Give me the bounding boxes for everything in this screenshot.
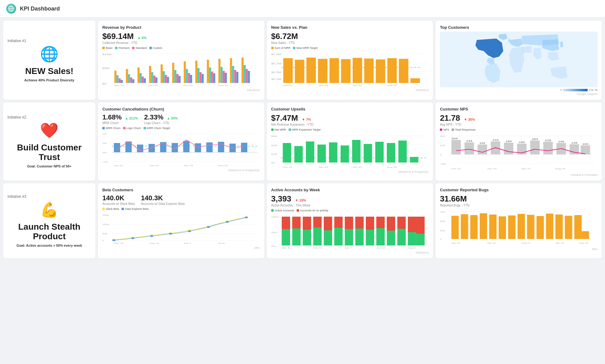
active-source: Salesforce <box>271 251 429 254</box>
svg-rect-28 <box>165 75 167 83</box>
svg-text:$2M: $2M <box>271 144 277 146</box>
svg-text:Jan 24: Jan 24 <box>487 167 497 170</box>
svg-rect-258 <box>546 214 554 239</box>
svg-rect-251 <box>480 213 487 239</box>
revenue-source: Salesforce <box>102 89 260 92</box>
nps-source: Hubspot & Formstack <box>440 173 598 176</box>
svg-rect-126 <box>317 145 326 162</box>
initiative-1-label: Initiative #1 <box>7 39 26 43</box>
svg-text:160: 160 <box>519 141 525 144</box>
svg-text:Apr 24: Apr 24 <box>183 84 192 86</box>
svg-rect-125 <box>306 141 314 162</box>
svg-point-192 <box>169 233 172 235</box>
svg-rect-12 <box>119 78 121 83</box>
initiative-2-card: Initiative #2 ❤️ Build Customer Trust Go… <box>3 102 95 181</box>
svg-text:Apr 24: Apr 24 <box>184 164 193 166</box>
initiative-3-icon: 💪 <box>40 201 59 219</box>
svg-rect-26 <box>161 64 163 83</box>
row-3: Initiative #3 💪 Launch Stealth Product G… <box>3 183 602 258</box>
svg-text:Apr 7: Apr 7 <box>184 242 192 244</box>
svg-rect-19 <box>139 73 142 83</box>
svg-rect-56 <box>246 69 248 83</box>
svg-rect-130 <box>364 144 372 162</box>
svg-rect-32 <box>176 74 179 83</box>
upsells-card: Customer Upsells $7.47M ▼ 7% Net Revenue… <box>267 102 433 181</box>
churn-label2: Logo Churn - YTD <box>144 121 178 125</box>
svg-text:-2%: -2% <box>102 161 108 163</box>
revenue-chart: $10M $5M $0 <box>102 52 260 87</box>
bugs-chart: 750 500 250 0 <box>440 210 598 246</box>
bugs-card: Customer Reported Bugs 31.66M Reported B… <box>435 183 602 258</box>
svg-rect-124 <box>294 146 302 162</box>
svg-text:Oct 23: Oct 23 <box>114 164 123 166</box>
new-sales-card: New Sales vs. Plan $6.72M New Sales - YT… <box>267 21 433 100</box>
svg-rect-106 <box>206 142 213 152</box>
top-customers-card: Top Customers <box>435 21 602 100</box>
svg-rect-215 <box>324 217 332 230</box>
svg-text:$10M: $10M <box>102 53 112 56</box>
beta-metric2: 140.3K <box>141 194 163 202</box>
svg-rect-54 <box>241 58 244 83</box>
svg-point-196 <box>245 217 248 218</box>
svg-rect-254 <box>508 215 516 239</box>
svg-text:$0: $0 <box>271 162 275 164</box>
svg-rect-22 <box>149 66 151 83</box>
svg-text:100%: 100% <box>271 216 280 218</box>
svg-rect-234 <box>416 234 425 245</box>
churn-source: Salesforce & PostgreSQL <box>102 169 260 172</box>
new-sales-chart: $1.0M $0.7M $0.5M $0.2M <box>271 52 429 87</box>
active-metric: 3,393 <box>271 194 291 204</box>
svg-rect-212 <box>302 230 311 245</box>
initiative-1-icon: 🌐 <box>40 46 59 63</box>
svg-rect-74 <box>318 59 328 83</box>
svg-text:228: 228 <box>545 139 551 142</box>
svg-rect-250 <box>470 215 478 239</box>
initiative-2-main: Build Customer Trust <box>7 143 91 162</box>
active-title: Active Accounts by Week <box>271 188 429 192</box>
churn-metric1: 1.68% <box>102 113 121 121</box>
svg-text:$0: $0 <box>102 83 107 85</box>
svg-rect-18 <box>138 67 140 83</box>
svg-text:100k: 100k <box>102 223 109 225</box>
dashboard: Initiative #1 🌐 NEW Sales! Achieve 40% P… <box>0 18 605 264</box>
svg-rect-104 <box>183 141 189 152</box>
svg-rect-259 <box>555 214 563 239</box>
svg-rect-11 <box>117 75 119 83</box>
churn-label1: MRR Churn <box>102 121 138 125</box>
svg-text:0: 0 <box>440 154 442 156</box>
svg-text:0%: 0% <box>102 151 107 154</box>
row-1: Initiative #1 🌐 NEW Sales! Achieve 40% P… <box>3 21 602 100</box>
svg-rect-81 <box>399 59 408 83</box>
beta-legend: Slack Beta Data Explorer Beta <box>102 207 260 210</box>
world-map <box>440 32 598 87</box>
new-sales-legend: Sum of MRR New MRR Target <box>271 46 429 50</box>
new-sales-source: Salesforce <box>271 89 429 92</box>
bugs-metric: 31.66M <box>440 194 467 204</box>
svg-text:-200: -200 <box>440 163 446 165</box>
svg-rect-35 <box>186 69 188 83</box>
svg-rect-42 <box>207 60 209 83</box>
svg-text:Jan 24: Jan 24 <box>148 84 158 86</box>
active-chart: 100% 50% 0% <box>271 214 429 250</box>
svg-rect-128 <box>341 145 349 162</box>
svg-text:Feb 11: Feb 11 <box>150 242 160 244</box>
svg-text:$0.5M: $0.5M <box>271 71 281 74</box>
svg-rect-53 <box>236 72 238 83</box>
svg-rect-225 <box>376 217 385 228</box>
svg-rect-149 <box>478 145 487 154</box>
svg-text:Oct 23: Oct 23 <box>283 84 292 86</box>
svg-rect-227 <box>387 217 395 231</box>
svg-rect-209 <box>292 217 301 228</box>
revenue-label: Collected Revenue - YTD <box>102 41 260 45</box>
svg-point-195 <box>226 221 229 223</box>
svg-rect-219 <box>345 217 353 229</box>
svg-text:400: 400 <box>440 135 445 137</box>
churn-card: Customer Cancellations (Churn) 1.68% ▲ 2… <box>98 102 264 181</box>
initiative-3-card: Initiative #3 💪 Launch Stealth Product G… <box>3 183 95 258</box>
svg-rect-17 <box>132 79 135 83</box>
svg-rect-52 <box>234 70 236 83</box>
svg-text:Feb 11: Feb 11 <box>313 247 322 249</box>
svg-text:0%: 0% <box>271 245 276 247</box>
svg-point-190 <box>131 237 134 239</box>
svg-rect-15 <box>128 74 130 83</box>
